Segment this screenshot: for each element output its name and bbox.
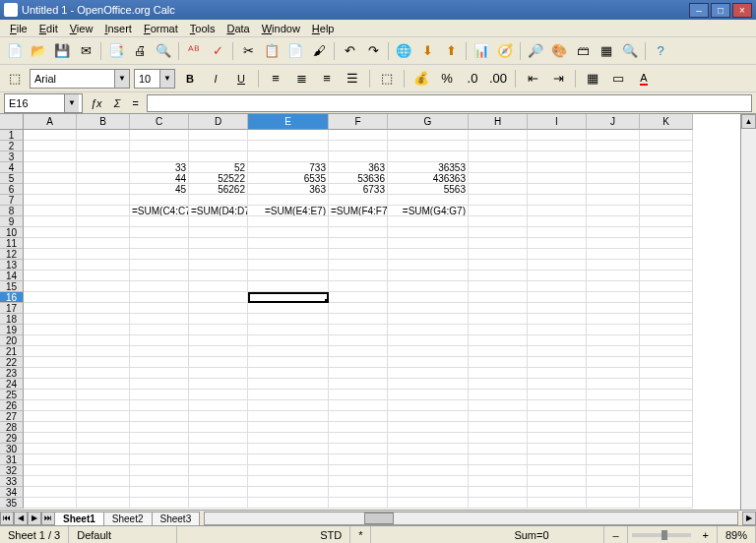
cell[interactable] [469,487,528,498]
cell[interactable] [24,411,77,422]
cell[interactable]: 45 [130,184,189,195]
cell[interactable]: 53636 [329,173,388,184]
cell[interactable] [24,249,77,260]
cell[interactable] [388,357,469,368]
cell[interactable] [130,444,189,454]
cell[interactable] [528,260,587,271]
undo-icon[interactable]: ↶ [339,40,360,62]
cell[interactable] [528,130,587,141]
align-justify-icon[interactable]: ☰ [342,68,363,90]
cell[interactable] [528,173,587,184]
cell[interactable] [248,303,329,314]
cell[interactable]: 5563 [388,184,469,195]
cell[interactable] [329,271,388,281]
cell[interactable] [329,249,388,260]
row-header[interactable]: 7 [0,195,24,206]
cell[interactable] [77,444,130,454]
cell[interactable] [189,465,248,476]
maximize-button[interactable]: □ [711,3,730,18]
row-header[interactable]: 20 [0,335,24,346]
cell[interactable]: 363 [248,184,329,195]
font-name-combo[interactable]: ▼ [30,69,130,89]
cell[interactable] [587,444,640,454]
cell[interactable] [77,216,130,227]
cell[interactable] [587,346,640,357]
last-sheet-icon[interactable]: ⏭ [41,512,55,525]
print-icon[interactable]: 🖨 [129,40,151,62]
row-header[interactable]: 28 [0,422,24,433]
spellcheck-icon[interactable]: ᴬᴮ [183,40,205,62]
cell[interactable] [587,249,640,260]
cell[interactable] [77,260,130,271]
cell[interactable] [24,444,77,454]
sum-icon[interactable]: Σ [110,97,125,109]
cell[interactable] [528,249,587,260]
cell[interactable] [388,130,469,141]
row-header[interactable]: 8 [0,206,24,216]
cell[interactable] [24,379,77,390]
column-header[interactable]: J [587,114,640,130]
cell[interactable] [130,216,189,227]
find-icon[interactable]: 🔎 [525,40,546,62]
cell[interactable] [388,325,469,335]
cell[interactable] [130,357,189,368]
indent-inc-icon[interactable]: ⇥ [547,68,569,90]
cell[interactable] [469,368,528,379]
cell[interactable] [130,454,189,465]
cell[interactable] [469,465,528,476]
cell[interactable] [528,184,587,195]
cell[interactable] [189,390,248,400]
cell[interactable] [189,227,248,238]
cell[interactable] [469,454,528,465]
autocheck-icon[interactable]: ✓ [207,40,228,62]
cell[interactable] [528,227,587,238]
select-all-corner[interactable] [0,114,24,130]
cell[interactable] [587,357,640,368]
cell[interactable] [189,368,248,379]
cell[interactable] [469,335,528,346]
row-header[interactable]: 32 [0,465,24,476]
row-header[interactable]: 27 [0,411,24,422]
cell[interactable] [528,271,587,281]
cell[interactable] [329,411,388,422]
row-header[interactable]: 31 [0,454,24,465]
cell[interactable] [329,216,388,227]
cell[interactable] [329,487,388,498]
save-icon[interactable]: 💾 [51,40,73,62]
cell[interactable] [24,281,77,292]
cell[interactable] [77,238,130,249]
row-header[interactable]: 18 [0,314,24,325]
cell[interactable] [189,325,248,335]
cell[interactable] [130,292,189,303]
scroll-right-icon[interactable]: ▶ [742,512,756,525]
cell[interactable] [388,498,469,509]
equals-icon[interactable]: = [128,97,142,109]
cell[interactable] [388,271,469,281]
row-header[interactable]: 15 [0,281,24,292]
row-header[interactable]: 5 [0,173,24,184]
cell[interactable] [189,357,248,368]
headers-icon[interactable]: ▦ [596,40,617,62]
cell[interactable] [24,216,77,227]
cell[interactable] [24,206,77,216]
cell[interactable] [329,314,388,325]
cell[interactable] [329,379,388,390]
cell[interactable] [329,368,388,379]
cell[interactable] [640,281,693,292]
cell[interactable] [130,498,189,509]
cell[interactable] [329,238,388,249]
menu-window[interactable]: Window [256,21,306,36]
cell[interactable] [77,281,130,292]
cell[interactable]: 6535 [248,173,329,184]
close-button[interactable]: × [732,3,752,18]
help-icon[interactable]: ? [650,40,671,62]
name-box[interactable]: ▼ [4,93,83,113]
zoom-slider[interactable] [632,533,691,537]
cell[interactable] [24,433,77,444]
cell[interactable] [130,260,189,271]
cell[interactable] [189,346,248,357]
cell[interactable] [640,271,693,281]
row-header[interactable]: 11 [0,238,24,249]
fontcolor-icon[interactable]: A [633,68,655,90]
cell[interactable] [640,141,693,151]
